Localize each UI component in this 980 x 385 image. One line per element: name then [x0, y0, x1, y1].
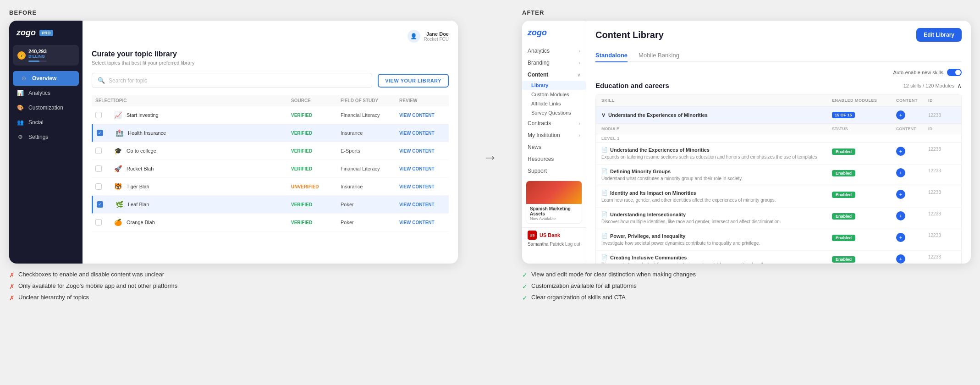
status-badge: VERIFIED: [291, 113, 337, 118]
level-label: LEVEL 1: [596, 134, 961, 143]
module-content-button[interactable]: +: [896, 168, 905, 177]
user-name-after: Samantha Patrick: [528, 242, 564, 247]
sidebar-item-survey-questions[interactable]: Survey Questions: [522, 108, 586, 117]
sidebar-item-content[interactable]: Content ∨: [522, 69, 586, 81]
sidebar-item-label: Customization: [28, 104, 63, 111]
sidebar-item-resources[interactable]: Resources: [522, 153, 586, 165]
search-box[interactable]: 🔍 Search for topic: [92, 73, 372, 88]
module-desc: Expands on tailoring resume sections suc…: [601, 154, 832, 160]
before-pro-badge: PRO: [39, 30, 53, 36]
content-table-header: SKILL ENABLED MODULES CONTENT ID: [596, 94, 961, 107]
status-badge: Enabled: [832, 148, 855, 155]
doc-icon: 📄: [601, 147, 608, 153]
toggle-knob: [955, 70, 961, 75]
bank-name: US Bank: [540, 232, 560, 238]
before-label: BEFORE: [9, 9, 458, 16]
chevron-icon: ›: [579, 60, 580, 66]
after-page-title: Content Library: [595, 30, 664, 40]
doc-icon: 📄: [601, 190, 608, 196]
status-badge: VERIFIED: [291, 220, 337, 225]
row-checkbox[interactable]: [95, 165, 102, 172]
win-text: Customization available for all platform…: [531, 282, 637, 289]
field-text: Poker: [341, 202, 396, 207]
nav-label-resources: Resources: [528, 156, 554, 162]
x-icon: ✗: [9, 294, 15, 302]
row-checkbox[interactable]: ✓: [97, 201, 103, 208]
skill-content-button[interactable]: +: [896, 110, 905, 120]
sidebar-item-contracts[interactable]: Contracts ›: [522, 117, 586, 129]
sidebar-item-settings[interactable]: ⚙ Settings: [9, 130, 83, 144]
module-sub-header: MODULE STATUS CONTENT ID: [596, 124, 961, 134]
module-row: 📄Identity and Its Impact on Minorities L…: [596, 186, 961, 208]
topic-icon: 🌿: [114, 199, 124, 209]
user-info: 👤 Jane Doe Rocket FCU: [407, 30, 449, 43]
view-content-link[interactable]: VIEW CONTENT: [399, 184, 445, 189]
sidebar-item-branding[interactable]: Branding ›: [522, 57, 586, 69]
view-content-link[interactable]: VIEW CONTENT: [399, 166, 445, 171]
col-skill: SKILL: [601, 98, 832, 103]
module-row: 📄Understand the Experiences of Minoritie…: [596, 143, 961, 165]
sidebar-item-my-institution[interactable]: My Institution ›: [522, 129, 586, 141]
view-content-link[interactable]: VIEW CONTENT: [399, 202, 445, 207]
nav-label-content: Content: [528, 72, 548, 78]
nav-label-analytics: Analytics: [528, 48, 550, 54]
edit-library-button[interactable]: Edit Library: [916, 28, 962, 42]
row-checkbox[interactable]: [95, 148, 102, 154]
nav-label-support: Support: [528, 168, 547, 174]
module-content-button[interactable]: +: [896, 190, 905, 199]
module-row: 📄Power, Privilege, and Inequality Invest…: [596, 229, 961, 251]
view-content-link[interactable]: VIEW CONTENT: [399, 220, 445, 225]
tab-mobile-banking[interactable]: Mobile Banking: [639, 49, 679, 61]
module-content-button[interactable]: +: [896, 147, 905, 156]
sidebar-item-social[interactable]: 👥 Social: [9, 115, 83, 130]
module-content-button[interactable]: +: [896, 233, 905, 242]
tab-standalone[interactable]: Standalone: [595, 49, 628, 61]
status-badge: Enabled: [832, 213, 855, 220]
view-content-link[interactable]: VIEW CONTENT: [399, 113, 445, 118]
topic-name: Leaf Blah: [128, 202, 149, 207]
collapse-icon[interactable]: ∧: [957, 82, 962, 89]
table-row: ✓ 🏥Health Insurance VERIFIED Insurance V…: [92, 124, 449, 142]
view-library-button[interactable]: VIEW YOUR LIBRARY: [378, 74, 449, 88]
user-org: Rocket FCU: [424, 37, 449, 42]
row-checkbox[interactable]: [95, 183, 102, 190]
logout-link[interactable]: Log out: [565, 242, 580, 247]
module-desc: Understand what constitutes a minority g…: [601, 176, 832, 182]
module-row: 📄Understanding Intersectionality Discove…: [596, 208, 961, 229]
sidebar-item-label: Overview: [32, 75, 56, 82]
social-icon: 👥: [17, 119, 24, 126]
status-badge: Enabled: [832, 256, 855, 263]
win-text: View and edit mode for clear distinction…: [531, 271, 696, 278]
billing-label: BILLING: [28, 54, 47, 59]
sidebar-item-support[interactable]: Support: [522, 165, 586, 177]
doc-icon: 📄: [601, 254, 608, 260]
bank-logo-icon: US: [528, 231, 537, 240]
education-section-title: Education and careers: [595, 82, 669, 89]
sidebar-item-news[interactable]: News: [522, 141, 586, 153]
sidebar-item-analytics[interactable]: 📊 Analytics: [9, 86, 83, 100]
module-desc: Discover how multiple identities, like r…: [601, 219, 832, 225]
doc-icon: 📄: [601, 168, 608, 174]
auto-enable-toggle[interactable]: [947, 69, 962, 76]
nav-label-library: Library: [531, 82, 548, 88]
sidebar-item-library[interactable]: Library: [522, 81, 586, 90]
col-field: Field of Study: [341, 98, 396, 103]
sidebar-item-custom-modules[interactable]: Custom Modules: [522, 90, 586, 99]
module-content-button[interactable]: +: [896, 254, 905, 264]
expand-icon[interactable]: ∨: [601, 112, 606, 118]
check-icon: ✓: [522, 283, 528, 290]
row-checkbox[interactable]: ✓: [97, 130, 103, 136]
view-content-link[interactable]: VIEW CONTENT: [399, 131, 445, 136]
module-name-text: Power, Privilege, and Inequality: [610, 233, 685, 239]
billing-icon: 💰: [17, 51, 26, 60]
module-content-button[interactable]: +: [896, 211, 905, 220]
sidebar-item-affiliate-links[interactable]: Affiliate Links: [522, 99, 586, 108]
sidebar-item-overview[interactable]: ⊙ Overview: [13, 71, 79, 86]
sidebar-item-analytics[interactable]: Analytics ›: [522, 45, 586, 57]
row-checkbox[interactable]: [95, 112, 102, 118]
sidebar-item-customization[interactable]: 🎨 Customization: [9, 100, 83, 115]
view-content-link[interactable]: VIEW CONTENT: [399, 148, 445, 154]
analytics-icon: 📊: [17, 89, 24, 97]
row-checkbox[interactable]: [95, 219, 102, 226]
status-badge: VERIFIED: [291, 131, 337, 136]
